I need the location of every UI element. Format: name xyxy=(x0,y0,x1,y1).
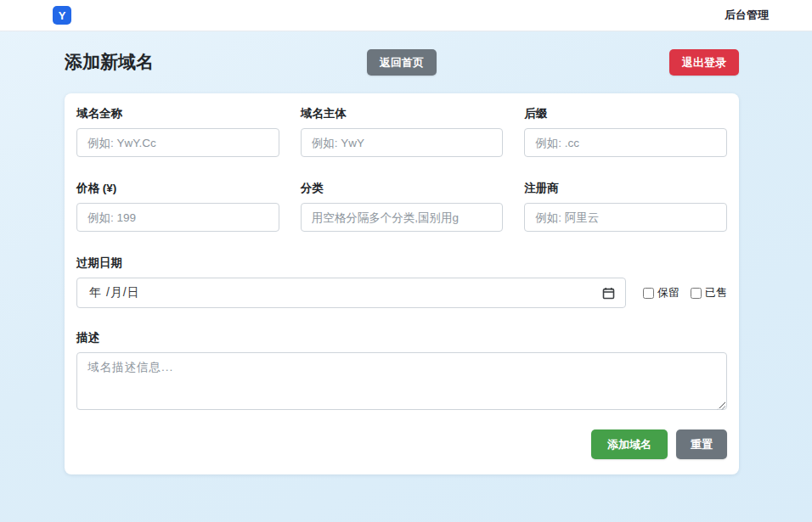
field-domain-full-name: 域名全称 xyxy=(76,106,279,157)
top-bar: Y 后台管理 xyxy=(0,0,812,31)
domain-full-name-input[interactable] xyxy=(76,128,279,157)
app-logo[interactable]: Y xyxy=(53,6,71,25)
main-content: 添加新域名 返回首页 退出登录 域名全称 域名主体 后缀 价格 (¥) xyxy=(65,47,739,474)
back-home-button[interactable]: 返回首页 xyxy=(367,49,437,76)
domain-full-name-label: 域名全称 xyxy=(76,106,279,121)
form-actions: 添加域名 重置 xyxy=(76,429,727,459)
page-header: 添加新域名 返回首页 退出登录 xyxy=(65,47,739,77)
price-label: 价格 (¥) xyxy=(76,181,279,196)
price-input[interactable] xyxy=(76,203,279,232)
reserved-checkbox-label[interactable]: 保留 xyxy=(643,285,679,300)
sold-checkbox-label[interactable]: 已售 xyxy=(691,285,727,300)
sold-checkbox[interactable] xyxy=(691,288,702,299)
registrar-label: 注册商 xyxy=(524,181,727,196)
form-row-2: 价格 (¥) 分类 注册商 xyxy=(76,181,727,232)
description-label: 描述 xyxy=(76,330,727,345)
sold-checkbox-text: 已售 xyxy=(705,285,727,300)
field-price: 价格 (¥) xyxy=(76,181,279,232)
field-category: 分类 xyxy=(301,181,504,232)
page-title: 添加新域名 xyxy=(65,50,154,74)
field-domain-body: 域名主体 xyxy=(301,106,504,157)
reserved-checkbox-text: 保留 xyxy=(657,285,679,300)
field-suffix: 后缀 xyxy=(524,106,727,157)
field-registrar: 注册商 xyxy=(524,181,727,232)
form-row-1: 域名全称 域名主体 后缀 xyxy=(76,106,727,157)
calendar-icon[interactable] xyxy=(602,287,615,300)
status-checkboxes: 保留 已售 xyxy=(643,285,727,300)
reset-button[interactable]: 重置 xyxy=(676,429,727,459)
description-textarea[interactable] xyxy=(76,352,727,410)
domain-body-input[interactable] xyxy=(301,128,504,157)
date-placeholder-text: 年 /月/日 xyxy=(89,285,140,300)
domain-body-label: 域名主体 xyxy=(301,106,504,121)
logout-button[interactable]: 退出登录 xyxy=(669,49,739,76)
suffix-input[interactable] xyxy=(524,128,727,157)
admin-management-link[interactable]: 后台管理 xyxy=(725,8,769,23)
expiry-date-row: 年 /月/日 保留 已售 xyxy=(76,278,727,308)
suffix-label: 后缀 xyxy=(524,106,727,121)
category-label: 分类 xyxy=(301,181,504,196)
category-input[interactable] xyxy=(301,203,504,232)
field-description: 描述 xyxy=(76,330,727,413)
add-domain-form-card: 域名全称 域名主体 后缀 价格 (¥) 分类 注册商 xyxy=(65,93,739,474)
expiry-date-input[interactable]: 年 /月/日 xyxy=(76,278,626,308)
reserved-checkbox[interactable] xyxy=(643,288,654,299)
registrar-input[interactable] xyxy=(524,203,727,232)
expiry-date-label: 过期日期 xyxy=(76,255,727,271)
add-domain-button[interactable]: 添加域名 xyxy=(591,429,668,459)
